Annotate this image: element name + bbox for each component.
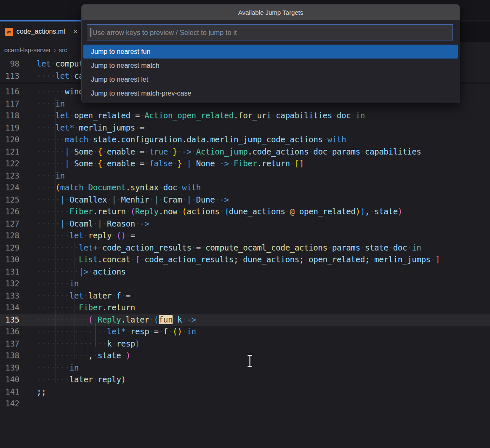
code-line-118[interactable]: 118····let·open_related·=·Action_open_re… bbox=[0, 109, 490, 122]
tab-label: code_actions.ml bbox=[16, 28, 65, 35]
quick-pick-item[interactable]: Jump to nearest fun bbox=[83, 45, 458, 59]
line-content: ·······later·reply) bbox=[19, 373, 126, 386]
line-number: 120 bbox=[0, 133, 19, 146]
code-line-120[interactable]: 120······match·state.configuration.data.… bbox=[0, 133, 490, 146]
code-line-134[interactable]: 134·········Fiber.return bbox=[0, 301, 490, 314]
breadcrumb-separator: › bbox=[54, 46, 56, 53]
line-number: 130 bbox=[0, 253, 19, 266]
quick-pick-input-row: Use arrow keys to preview / Select to ju… bbox=[82, 20, 460, 45]
code-line-140[interactable]: 140·······later·reply) bbox=[0, 373, 490, 386]
code-line-121[interactable]: 121······|·Some·{·enable·=·true·}·->·Act… bbox=[0, 146, 490, 158]
vscode-window: code_actions.ml ✕ ocaml-lsp-server›src 9… bbox=[0, 0, 490, 448]
line-content: ·······let·reply·()·= bbox=[19, 229, 135, 242]
code-line-128[interactable]: 128·······let·reply·()·= bbox=[0, 229, 490, 242]
line-number: 139 bbox=[0, 362, 19, 374]
line-number: 141 bbox=[0, 386, 19, 398]
line-number: 98 bbox=[0, 58, 19, 70]
line-content: ······wind bbox=[19, 85, 83, 98]
tab-close-icon[interactable]: ✕ bbox=[71, 27, 80, 36]
code-line-129[interactable]: 129·········let+·code_action_results·=·c… bbox=[0, 242, 490, 254]
quick-pick-dialog: Available Jump Targets Use arrow keys to… bbox=[81, 4, 460, 103]
line-number: 142 bbox=[0, 397, 19, 410]
line-number: 124 bbox=[0, 181, 19, 194]
code-line-122[interactable]: 122······|·Some·{·enable·=·false·}·|·Non… bbox=[0, 157, 490, 170]
tab-code-actions[interactable]: code_actions.ml ✕ bbox=[0, 21, 84, 42]
mouse-cursor-ibeam bbox=[246, 354, 253, 369]
code-line-132[interactable]: 132·······in bbox=[0, 277, 490, 290]
line-content: ;; bbox=[19, 386, 46, 398]
quick-pick-list: Jump to nearest funJump to nearest match… bbox=[82, 45, 460, 103]
line-content: ····let·ca bbox=[19, 70, 83, 82]
line-number: 133 bbox=[0, 290, 19, 302]
line-number: 137 bbox=[0, 338, 19, 350]
line-number: 122 bbox=[0, 157, 19, 170]
line-content bbox=[19, 397, 37, 410]
quick-pick-item[interactable]: Jump to nearest match bbox=[83, 59, 458, 72]
line-number: 117 bbox=[0, 98, 19, 110]
line-number: 136 bbox=[0, 325, 19, 338]
line-content: ·········let+·code_action_results·=·comp… bbox=[19, 242, 421, 254]
line-number: 135 bbox=[0, 314, 19, 326]
line-number: 125 bbox=[0, 194, 19, 206]
code-line-138[interactable]: 138···········,·state·) bbox=[0, 349, 490, 362]
code-line-133[interactable]: 133·······let·later·f·= bbox=[0, 290, 490, 302]
line-content: ····in bbox=[19, 170, 65, 182]
code-line-130[interactable]: 130·········List.concat·[·code_action_re… bbox=[0, 253, 490, 266]
breadcrumb-segment[interactable]: src bbox=[59, 46, 67, 53]
line-number: 134 bbox=[0, 301, 19, 314]
line-content: ·········List.concat·[·code_action_resul… bbox=[19, 253, 440, 266]
text-caret bbox=[91, 28, 91, 37]
code-line-125[interactable]: 125·····|·Ocamllex·|·Menhir·|·Cram·|·Dun… bbox=[0, 194, 490, 206]
code-line-127[interactable]: 127·····|·Ocaml·|·Reason·-> bbox=[0, 218, 490, 230]
line-number: 119 bbox=[0, 122, 19, 134]
code-line-139[interactable]: 139·······in bbox=[0, 362, 490, 374]
code-line-124[interactable]: 124····(match·Document.syntax·doc·with bbox=[0, 181, 490, 194]
line-number: 132 bbox=[0, 277, 19, 290]
code-line-123[interactable]: 123····in bbox=[0, 170, 490, 182]
line-number: 140 bbox=[0, 373, 19, 386]
line-content: let·comput bbox=[19, 58, 83, 70]
code-area[interactable]: 116······wind117····in118····let·open_re… bbox=[0, 83, 490, 448]
code-line-141[interactable]: 141;; bbox=[0, 386, 490, 398]
line-content: ·········|>·actions bbox=[19, 266, 126, 278]
line-content: ·······let·later·f·= bbox=[19, 290, 130, 302]
line-content: ···········,·state·) bbox=[19, 349, 130, 362]
code-line-126[interactable]: 126·······Fiber.return·(Reply.now·(actio… bbox=[0, 205, 490, 218]
line-content: ····let·open_related·=·Action_open_relat… bbox=[19, 109, 365, 122]
line-number: 123 bbox=[0, 170, 19, 182]
line-number: 129 bbox=[0, 242, 19, 254]
line-content: ······|·Some·{·enable·=·true·}·->·Action… bbox=[19, 146, 421, 158]
line-content: ·······Fiber.return·(Reply.now·(actions·… bbox=[19, 205, 402, 218]
line-number: 113 bbox=[0, 70, 19, 82]
line-content: ·······in bbox=[19, 277, 79, 290]
line-number: 126 bbox=[0, 205, 19, 218]
code-line-136[interactable]: 136···············let*·resp·=·f·()·in bbox=[0, 325, 490, 338]
code-line-142[interactable]: 142 bbox=[0, 397, 490, 410]
breadcrumb-segment[interactable]: ocaml-lsp-server bbox=[4, 46, 51, 53]
line-content: ······match·state.configuration.data.mer… bbox=[19, 133, 346, 146]
quick-pick-item[interactable]: Jump to nearest match-prev-case bbox=[83, 86, 458, 100]
quick-pick-title: Available Jump Targets bbox=[82, 5, 460, 20]
line-content: ·····|·Ocamllex·|·Menhir·|·Cram·|·Dune·-… bbox=[19, 194, 229, 206]
line-number: 138 bbox=[0, 349, 19, 362]
code-line-119[interactable]: 119····let*·merlin_jumps·= bbox=[0, 122, 490, 134]
line-content: ·······in bbox=[19, 362, 79, 374]
code-line-135[interactable]: 135···········(·Reply.later·(fun·k·-> bbox=[0, 314, 490, 326]
quick-pick-item[interactable]: Jump to nearest let bbox=[83, 72, 458, 86]
line-number: 127 bbox=[0, 218, 19, 230]
quick-pick-input[interactable]: Use arrow keys to preview / Select to ju… bbox=[87, 24, 453, 40]
line-number: 116 bbox=[0, 85, 19, 98]
line-content: ·····|·Ocaml·|·Reason·-> bbox=[19, 218, 149, 230]
line-content: ····let*·merlin_jumps·= bbox=[19, 122, 144, 134]
line-number: 118 bbox=[0, 109, 19, 122]
line-content: ···············let*·resp·=·f·()·in bbox=[19, 325, 196, 338]
line-content: ·········Fiber.return bbox=[19, 301, 135, 314]
code-line-131[interactable]: 131·········|>·actions bbox=[0, 266, 490, 278]
line-content: ····(match·Document.syntax·doc·with bbox=[19, 181, 201, 194]
line-content: ···········(·Reply.later·(fun·k·-> bbox=[19, 314, 196, 326]
input-placeholder: Use arrow keys to preview / Select to ju… bbox=[93, 29, 237, 37]
code-line-137[interactable]: 137···············k·resp) bbox=[0, 338, 490, 350]
line-number: 121 bbox=[0, 146, 19, 158]
line-content: ······|·Some·{·enable·=·false·}·|·None·-… bbox=[19, 157, 304, 170]
line-content: ····in bbox=[19, 98, 65, 110]
